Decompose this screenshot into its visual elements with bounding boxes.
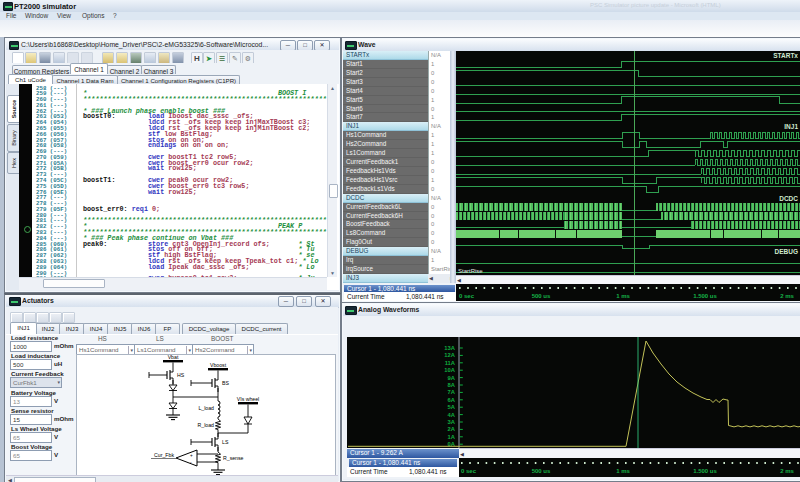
svg-text:500 us: 500 us	[532, 468, 551, 474]
svg-text:13A: 13A	[444, 345, 455, 351]
svg-text:9A: 9A	[448, 375, 456, 381]
svg-text:2 ms: 2 ms	[780, 468, 794, 474]
svg-text:1.500 us: 1.500 us	[693, 293, 717, 299]
svg-text:LS: LS	[222, 439, 229, 445]
svg-text:VIs wheel: VIs wheel	[237, 396, 260, 402]
svg-text:10A: 10A	[444, 367, 455, 373]
svg-text:11A: 11A	[445, 360, 456, 366]
svg-text:3A: 3A	[448, 419, 456, 425]
svg-text:R_load: R_load	[198, 422, 215, 428]
svg-text:+: +	[190, 453, 193, 458]
svg-text:2A: 2A	[448, 426, 456, 432]
svg-text:Vbat: Vbat	[168, 354, 179, 360]
svg-text:500 us: 500 us	[532, 293, 551, 299]
svg-text:Vboost: Vboost	[210, 362, 227, 368]
svg-text:Cur_Fbk: Cur_Fbk	[154, 452, 174, 458]
svg-text:2 ms: 2 ms	[780, 293, 794, 299]
svg-text:0 sec: 0 sec	[461, 468, 477, 474]
svg-text:7A: 7A	[448, 389, 456, 395]
svg-text:5A: 5A	[448, 404, 456, 410]
svg-text:STARTx: STARTx	[773, 52, 798, 59]
svg-text:BS: BS	[222, 380, 229, 386]
svg-text:HS: HS	[177, 372, 185, 378]
svg-text:0 sec: 0 sec	[459, 293, 475, 299]
svg-text:DCDC: DCDC	[779, 195, 798, 202]
svg-text:L_load: L_load	[198, 405, 214, 411]
svg-text:1A: 1A	[448, 434, 456, 440]
svg-text:StartRise: StartRise	[458, 268, 483, 274]
svg-text:12A: 12A	[444, 352, 455, 358]
svg-text:R_sense: R_sense	[223, 455, 244, 461]
svg-text:1.500 us: 1.500 us	[693, 468, 717, 474]
svg-text:4A: 4A	[448, 412, 456, 418]
svg-text:6A: 6A	[448, 397, 456, 403]
svg-text:8A: 8A	[448, 382, 456, 388]
svg-text:DEBUG: DEBUG	[775, 248, 798, 255]
svg-text:1 ms: 1 ms	[616, 293, 630, 299]
svg-text:1 ms: 1 ms	[616, 468, 630, 474]
svg-text:INJ1: INJ1	[784, 123, 798, 130]
